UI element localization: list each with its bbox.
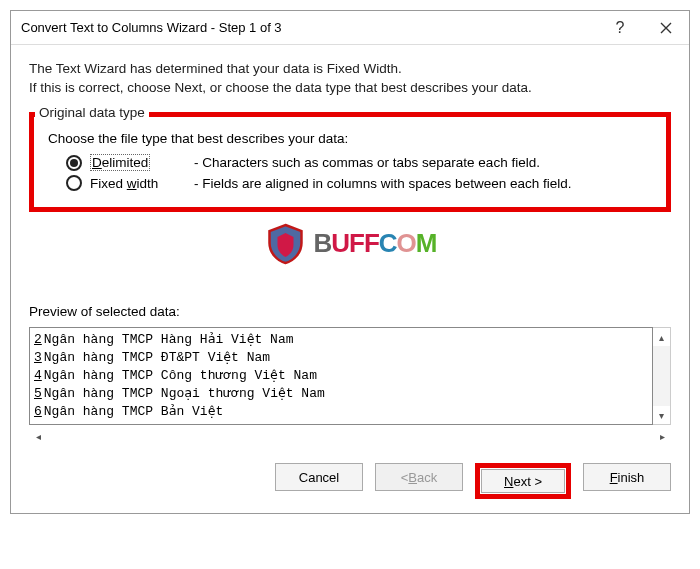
description-line-2: If this is correct, choose Next, or choo… xyxy=(29,80,671,95)
radio-delimited-label: Delimited xyxy=(90,154,190,171)
watermark: BUFFCOM xyxy=(263,221,436,265)
radio-fixed-width-label: Fixed width xyxy=(90,176,190,191)
scroll-up-icon[interactable]: ▴ xyxy=(653,328,670,346)
button-row: Cancel < Back Next > Finish xyxy=(29,463,671,499)
close-button[interactable] xyxy=(643,11,689,45)
titlebar: Convert Text to Columns Wizard - Step 1 … xyxy=(11,11,689,45)
radio-fixed-width-desc: - Fields are aligned in columns with spa… xyxy=(194,176,571,191)
radio-delimited-input[interactable] xyxy=(66,155,82,171)
scroll-track[interactable] xyxy=(653,346,670,406)
preview-row: 4Ngân hàng TMCP Công thương Việt Nam xyxy=(34,367,648,385)
radio-delimited-desc: - Characters such as commas or tabs sepa… xyxy=(194,155,540,170)
next-button[interactable]: Next > xyxy=(481,469,565,493)
radio-fixed-width[interactable]: Fixed width - Fields are aligned in colu… xyxy=(66,175,656,191)
radio-fixed-width-input[interactable] xyxy=(66,175,82,191)
highlight-annotation-next: Next > xyxy=(475,463,571,499)
preview-row: 3Ngân hàng TMCP ĐT&PT Việt Nam xyxy=(34,349,648,367)
scroll-right-icon[interactable]: ▸ xyxy=(653,427,671,445)
scroll-left-icon[interactable]: ◂ xyxy=(29,427,47,445)
dialog-title: Convert Text to Columns Wizard - Step 1 … xyxy=(21,20,597,35)
scroll-track-h[interactable] xyxy=(47,427,653,445)
radio-delimited[interactable]: Delimited - Characters such as commas or… xyxy=(66,154,656,171)
preview-box: 2Ngân hàng TMCP Hàng Hải Việt Nam 3Ngân … xyxy=(29,327,653,425)
horizontal-scrollbar[interactable]: ◂ ▸ xyxy=(29,427,671,445)
wizard-dialog: Convert Text to Columns Wizard - Step 1 … xyxy=(10,10,690,514)
preview-row: 5Ngân hàng TMCP Ngoại thương Việt Nam xyxy=(34,385,648,403)
close-icon xyxy=(660,22,672,34)
preview-label: Preview of selected data: xyxy=(29,304,671,319)
choose-prompt: Choose the file type that best describes… xyxy=(48,131,656,146)
fieldset-label: Original data type xyxy=(35,105,149,120)
description-line-1: The Text Wizard has determined that your… xyxy=(29,61,671,76)
back-button: < Back xyxy=(375,463,463,491)
dialog-content: The Text Wizard has determined that your… xyxy=(11,45,689,513)
cancel-button[interactable]: Cancel xyxy=(275,463,363,491)
preview-area: 2Ngân hàng TMCP Hàng Hải Việt Nam 3Ngân … xyxy=(29,327,671,425)
highlight-annotation: Choose the file type that best describes… xyxy=(29,112,671,212)
shield-icon xyxy=(263,221,307,265)
original-data-type-group: Original data type Choose the file type … xyxy=(29,105,671,212)
preview-row: 2Ngân hàng TMCP Hàng Hải Việt Nam xyxy=(34,331,648,349)
preview-row: 6Ngân hàng TMCP Bản Việt xyxy=(34,403,648,421)
vertical-scrollbar[interactable]: ▴ ▾ xyxy=(653,327,671,425)
help-button[interactable]: ? xyxy=(597,11,643,45)
scroll-down-icon[interactable]: ▾ xyxy=(653,406,670,424)
finish-button[interactable]: Finish xyxy=(583,463,671,491)
